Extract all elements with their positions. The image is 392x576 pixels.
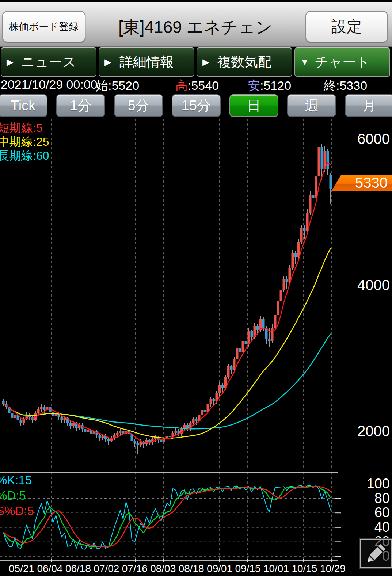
date-label: 09/15 bbox=[235, 563, 261, 576]
timeframe-15min-button[interactable]: 15分 bbox=[172, 94, 221, 117]
stoch-legend-item: S%D:5 bbox=[0, 503, 34, 519]
close-label: 終 bbox=[324, 79, 336, 92]
date-label: 08/18 bbox=[179, 563, 204, 576]
date-label: 10/15 bbox=[292, 563, 317, 576]
ma-legend-item: 短期線:5 bbox=[0, 121, 49, 135]
ma-legend-item: 中期線:25 bbox=[0, 135, 49, 149]
date-label: 10/01 bbox=[263, 563, 289, 576]
chart-screen: 株価ボード登録 [東]4169 エネチェン 設定 ▶ ニュース ▶ 詳細情報 ▶… bbox=[0, 0, 392, 576]
date-label: 05/21 bbox=[9, 563, 34, 576]
settings-button[interactable]: 設定 bbox=[305, 11, 388, 42]
stoch-legend: %K:15%D:5S%D:5 bbox=[0, 473, 34, 519]
quote-bar: 2021/10/29 00:00 始:5520 高:5540 安:5120 終:… bbox=[0, 77, 392, 94]
date-label: 07/02 bbox=[94, 563, 119, 576]
stoch-legend-item: %K:15 bbox=[0, 473, 34, 488]
quote-open: 始:5520 bbox=[96, 77, 139, 94]
date-label: 07/16 bbox=[122, 563, 148, 576]
date-label: 09/01 bbox=[207, 563, 232, 576]
date-label: 10/29 bbox=[320, 563, 346, 576]
price-axis-labels: 600040002000 bbox=[338, 119, 392, 470]
close-value: :5330 bbox=[336, 79, 367, 92]
arrow-down-icon: ▼ bbox=[300, 57, 309, 67]
stoch-tick-label: 60 bbox=[338, 505, 392, 520]
header-bar: 株価ボード登録 [東]4169 エネチェン 設定 bbox=[0, 2, 392, 47]
quote-low: 安:5120 bbox=[248, 77, 291, 94]
quote-close: 終:5330 bbox=[324, 77, 367, 94]
quote-datetime: 2021/10/29 00:00 bbox=[1, 77, 98, 92]
tab-label: 複数気配 bbox=[217, 53, 271, 71]
price-tick-label: 2000 bbox=[338, 423, 392, 439]
open-value: :5520 bbox=[108, 79, 139, 92]
tab-news[interactable]: ▶ ニュース bbox=[1, 47, 96, 77]
tab-chart[interactable]: ▼ チャート bbox=[294, 47, 390, 77]
tab-detail-info[interactable]: ▶ 詳細情報 bbox=[99, 47, 194, 77]
tab-label: ニュース bbox=[21, 53, 76, 71]
pencil-icon bbox=[364, 542, 388, 565]
low-value: :5120 bbox=[260, 79, 291, 92]
price-tick-label: 4000 bbox=[338, 277, 392, 293]
quote-high: 高:5540 bbox=[175, 77, 219, 94]
main-candlestick-chart[interactable] bbox=[0, 119, 392, 470]
price-tick-label: 6000 bbox=[338, 131, 392, 147]
timeframe-tick-button[interactable]: Tick bbox=[0, 94, 47, 117]
page-title: [東]4169 エネチェン bbox=[88, 16, 303, 39]
arrow-right-icon: ▶ bbox=[202, 57, 209, 67]
current-price-badge: 5330 bbox=[332, 175, 392, 191]
date-axis-labels: 05/2106/0406/1807/0207/1608/0308/1809/01… bbox=[9, 563, 346, 576]
stochastic-chart[interactable] bbox=[0, 472, 392, 563]
stock-board-register-button[interactable]: 株価ボード登録 bbox=[2, 11, 85, 42]
low-label: 安 bbox=[248, 79, 260, 92]
date-label: 08/03 bbox=[150, 563, 176, 576]
date-label: 06/18 bbox=[65, 563, 91, 576]
high-label: 高 bbox=[175, 79, 188, 92]
arrow-right-icon: ▶ bbox=[104, 57, 111, 67]
tab-quotes[interactable]: ▶ 複数気配 bbox=[197, 47, 292, 77]
timeframe-weekly-button[interactable]: 週 bbox=[287, 94, 336, 117]
ma-legend-item: 長期線:60 bbox=[0, 149, 49, 163]
timeframe-1min-button[interactable]: 1分 bbox=[56, 94, 105, 117]
stoch-tick-label: 40 bbox=[338, 519, 392, 535]
timeframe-5min-button[interactable]: 5分 bbox=[114, 94, 163, 117]
high-value: :5540 bbox=[188, 79, 219, 92]
draw-tool-button[interactable] bbox=[360, 539, 392, 568]
open-label: 始 bbox=[96, 79, 108, 92]
timeframe-monthly-button[interactable]: 月 bbox=[345, 94, 392, 117]
tab-label: 詳細情報 bbox=[119, 53, 174, 71]
date-label: 06/04 bbox=[37, 563, 62, 576]
stoch-tick-label: 80 bbox=[338, 491, 392, 506]
ma-legend: 短期線:5中期線:25長期線:60 bbox=[0, 121, 49, 163]
tab-label: チャート bbox=[315, 53, 370, 71]
timeframe-daily-button[interactable]: 日 bbox=[229, 94, 278, 117]
stoch-legend-item: %D:5 bbox=[0, 488, 34, 503]
arrow-right-icon: ▶ bbox=[7, 57, 13, 67]
stoch-tick-label: 100 bbox=[338, 476, 392, 492]
